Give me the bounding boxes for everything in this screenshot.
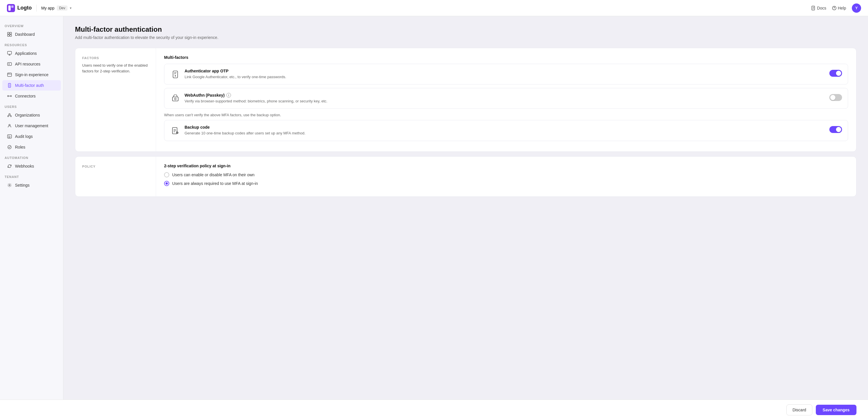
- discard-button[interactable]: Discard: [786, 404, 812, 415]
- docs-link[interactable]: Docs: [811, 6, 826, 10]
- svg-rect-39: [173, 71, 178, 78]
- connectors-icon: [7, 93, 12, 99]
- webauthn-info-icon[interactable]: i: [226, 93, 231, 97]
- svg-point-22: [9, 86, 10, 87]
- svg-point-8: [834, 9, 835, 9]
- save-button[interactable]: Save changes: [816, 405, 857, 415]
- sidebar-item-user-management[interactable]: User management: [2, 121, 61, 131]
- sidebar-label-roles: Roles: [15, 145, 25, 149]
- svg-rect-21: [8, 83, 11, 87]
- svg-point-20: [9, 73, 9, 74]
- topnav: Logto My app Dev ▾ Docs Help Y: [0, 0, 868, 16]
- sidebar-label-connectors: Connectors: [15, 94, 36, 98]
- sidebar-item-api-resources[interactable]: API resources: [2, 59, 61, 69]
- sidebar: OVERVIEW Dashboard RESOURCES Application…: [0, 16, 63, 399]
- policy-option2-radio[interactable]: [164, 181, 169, 186]
- sidebar-label-applications: Applications: [15, 51, 37, 56]
- svg-rect-2: [11, 5, 13, 8]
- backup-code-icon: [170, 125, 181, 136]
- sidebar-item-signin-experience[interactable]: Sign-in experience: [2, 69, 61, 80]
- webauthn-row: WebAuthn (Passkey) i Verify via browser-…: [164, 88, 848, 109]
- help-icon: [832, 6, 837, 10]
- svg-rect-13: [7, 51, 11, 54]
- sidebar-item-mfa[interactable]: Multi-factor auth: [2, 80, 61, 91]
- svg-rect-17: [7, 73, 11, 77]
- app-name: My app: [41, 6, 55, 10]
- backup-code-row: Backup code Generate 10 one-time backup …: [164, 120, 848, 141]
- sidebar-item-roles[interactable]: Roles: [2, 142, 61, 152]
- policy-option1-row[interactable]: Users can enable or disable MFA on their…: [164, 172, 848, 177]
- sidebar-label-api-resources: API resources: [15, 62, 40, 66]
- user-management-icon: [7, 123, 12, 128]
- authenticator-toggle[interactable]: [829, 70, 842, 77]
- svg-rect-14: [9, 55, 10, 55]
- logo-text: Logto: [17, 5, 32, 11]
- svg-rect-12: [10, 35, 11, 36]
- page-title: Multi-factor authentication: [75, 25, 857, 33]
- backup-code-name: Backup code: [185, 125, 210, 129]
- multi-factors-title: Multi-factors: [164, 55, 848, 60]
- authenticator-desc: Link Google Authenticator, etc., to veri…: [185, 74, 825, 80]
- svg-point-44: [175, 98, 176, 100]
- logo[interactable]: Logto: [7, 4, 32, 12]
- backup-code-toggle[interactable]: [829, 126, 842, 133]
- svg-point-37: [7, 167, 9, 168]
- signin-experience-icon: [7, 72, 12, 77]
- svg-point-28: [7, 116, 9, 117]
- sidebar-item-dashboard[interactable]: Dashboard: [2, 29, 61, 39]
- help-link[interactable]: Help: [832, 6, 846, 10]
- policy-card-left: POLICY: [75, 157, 156, 197]
- sidebar-item-webhooks[interactable]: Webhooks: [2, 161, 61, 171]
- webhooks-icon: [7, 163, 12, 169]
- svg-point-38: [9, 185, 10, 186]
- sidebar-item-audit-logs[interactable]: Audit logs: [2, 131, 61, 142]
- authenticator-app-icon: [170, 69, 181, 80]
- roles-icon: [7, 145, 12, 150]
- topnav-right: Docs Help Y: [811, 3, 861, 13]
- sidebar-item-applications[interactable]: Applications: [2, 48, 61, 59]
- sidebar-item-settings[interactable]: Settings: [2, 180, 61, 190]
- bottom-bar: Discard Save changes: [0, 399, 868, 420]
- tenant-section-label: TENANT: [0, 172, 63, 180]
- factors-card-right: Multi-factors: [156, 48, 856, 151]
- policy-option1-label: Users can enable or disable MFA on their…: [172, 173, 255, 177]
- mfa-icon: [7, 83, 12, 88]
- policy-card: POLICY 2-step verification policy at sig…: [75, 156, 857, 197]
- backup-note: When users can't verify the above MFA fa…: [164, 113, 848, 117]
- user-avatar[interactable]: Y: [852, 3, 861, 13]
- svg-rect-43: [173, 97, 178, 101]
- settings-icon: [7, 183, 12, 188]
- resources-section-label: RESOURCES: [0, 40, 63, 48]
- svg-point-35: [8, 145, 11, 149]
- env-badge: Dev: [57, 5, 67, 11]
- page-subtitle: Add multi-factor authentication to eleva…: [75, 35, 857, 40]
- sidebar-item-connectors[interactable]: Connectors: [2, 91, 61, 101]
- dashboard-icon: [7, 32, 12, 37]
- sidebar-item-organizations[interactable]: Organizations: [2, 110, 61, 120]
- chevron-down-icon: ▾: [70, 6, 71, 10]
- policy-option2-label: Users are always required to use MFA at …: [172, 181, 258, 186]
- svg-rect-11: [7, 35, 9, 36]
- sidebar-label-audit-logs: Audit logs: [15, 134, 33, 139]
- svg-point-40: [175, 75, 176, 77]
- sidebar-label-dashboard: Dashboard: [15, 32, 35, 37]
- svg-rect-9: [7, 32, 9, 34]
- sidebar-label-webhooks: Webhooks: [15, 164, 34, 169]
- webauthn-toggle[interactable]: [829, 94, 842, 101]
- api-resources-icon: [7, 61, 12, 67]
- factors-label: FACTORS: [82, 56, 149, 60]
- svg-point-27: [9, 114, 10, 115]
- app-selector[interactable]: My app Dev ▾: [41, 5, 71, 11]
- policy-option1-radio[interactable]: [164, 172, 169, 177]
- svg-rect-1: [8, 5, 11, 11]
- authenticator-row: Authenticator app OTP Link Google Authen…: [164, 64, 848, 85]
- nav-divider: [36, 5, 37, 11]
- sidebar-label-settings: Settings: [15, 183, 30, 187]
- policy-option2-row[interactable]: Users are always required to use MFA at …: [164, 181, 848, 186]
- applications-icon: [7, 51, 12, 56]
- docs-icon: [811, 6, 816, 10]
- audit-logs-icon: [7, 134, 12, 139]
- authenticator-name: Authenticator app OTP: [185, 69, 228, 73]
- policy-card-right: 2-step verification policy at sign-in Us…: [156, 157, 856, 197]
- organizations-icon: [7, 113, 12, 118]
